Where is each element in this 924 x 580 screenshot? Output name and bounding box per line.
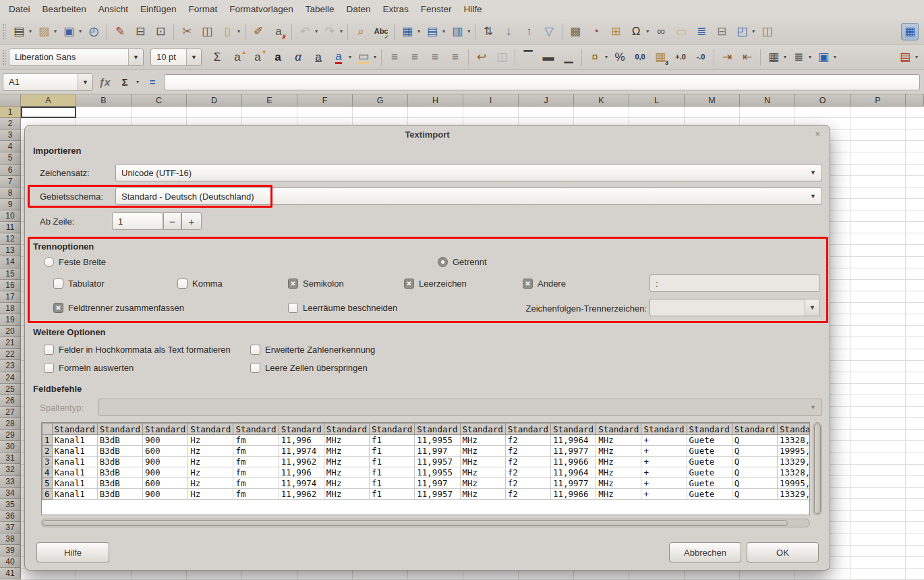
menu-fenster[interactable]: Fenster: [415, 0, 458, 19]
center-vertically-icon[interactable]: ▬: [540, 49, 557, 66]
preview-cell[interactable]: Guete: [687, 467, 732, 478]
preview-vertical-scrollbar[interactable]: [813, 422, 822, 515]
row-header-16[interactable]: 16: [0, 280, 21, 291]
column-header-h[interactable]: H: [408, 94, 463, 107]
charset-dropdown[interactable]: ▼: [810, 169, 821, 176]
insert-column-dropdown[interactable]: ▾: [467, 28, 470, 34]
menu-daten[interactable]: Daten: [341, 0, 377, 19]
row-header-7[interactable]: 7: [0, 176, 21, 187]
checkbox-semikolon[interactable]: ✕: [288, 279, 298, 289]
decrease-indent-icon[interactable]: ⇤: [739, 49, 756, 66]
preview-cell[interactable]: 13328,89: [778, 467, 810, 478]
insert-column-icon[interactable]: ▥: [449, 23, 466, 40]
checkbox-komma[interactable]: [177, 279, 187, 289]
preview-column-header-1[interactable]: Standard: [52, 424, 97, 435]
preview-horizontal-scrollbar[interactable]: [41, 519, 810, 527]
row-header-19[interactable]: 19: [0, 314, 21, 326]
menu-bearbeiten[interactable]: Bearbeiten: [36, 0, 92, 19]
justified-icon[interactable]: ≡: [446, 49, 464, 66]
row-header-40[interactable]: 40: [0, 556, 21, 568]
preview-cell[interactable]: Hz: [188, 446, 233, 457]
preview-cell[interactable]: f1: [370, 467, 415, 478]
format-as-currency-icon[interactable]: ¤: [586, 49, 604, 66]
menu-ansicht[interactable]: Ansicht: [92, 0, 134, 19]
preview-cell[interactable]: 11,9957: [415, 457, 460, 467]
align-right-icon[interactable]: ≡: [426, 49, 444, 66]
define-print-area-icon[interactable]: ⊟: [713, 23, 730, 40]
column-header-j[interactable]: J: [519, 94, 574, 107]
row-header-28[interactable]: 28: [0, 418, 21, 430]
preview-cell[interactable]: Q: [732, 457, 777, 467]
preview-cell[interactable]: f1: [370, 478, 415, 489]
preview-column-header-5[interactable]: Standard: [233, 424, 279, 435]
insert-text-box-icon[interactable]: ≣: [693, 23, 710, 40]
column-header-o[interactable]: O: [795, 94, 850, 107]
checkbox-erweiterte-zahlenerkennung[interactable]: [250, 345, 260, 355]
preview-cell[interactable]: MHz: [460, 489, 505, 500]
preview-cell[interactable]: 13329,06: [778, 457, 810, 467]
row-header-27[interactable]: 27: [0, 407, 21, 418]
align-bottom-icon[interactable]: ▁: [560, 49, 577, 66]
preview-cell[interactable]: Kanal1: [52, 435, 97, 446]
underline-icon[interactable]: a: [310, 49, 327, 66]
preview-column-header-16[interactable]: Standard: [732, 424, 777, 435]
border-color-dropdown[interactable]: ▾: [834, 54, 836, 60]
preview-cell[interactable]: 11,9957: [415, 489, 460, 500]
preview-cell[interactable]: 900: [142, 457, 187, 467]
preview-cell[interactable]: MHz: [596, 457, 641, 467]
preview-cell[interactable]: Q: [732, 446, 777, 457]
other-separator-field[interactable]: :: [649, 274, 820, 292]
preview-cell[interactable]: Q: [732, 489, 777, 500]
preview-cell[interactable]: MHz: [324, 435, 369, 446]
clone-formatting-icon[interactable]: ✐: [250, 23, 267, 40]
checkbox-leerräume-beschneiden[interactable]: [288, 303, 298, 313]
from-row-decrement-button[interactable]: −: [163, 212, 181, 230]
preview-cell[interactable]: B3dB: [97, 446, 142, 457]
column-header-b[interactable]: B: [76, 94, 132, 107]
undo-dropdown[interactable]: ▾: [315, 28, 318, 34]
row-header-29[interactable]: 29: [0, 430, 21, 441]
column-header-c[interactable]: C: [132, 94, 187, 107]
align-left-icon[interactable]: ≡: [386, 49, 403, 66]
row-header-8[interactable]: 8: [0, 187, 21, 199]
save-dropdown[interactable]: ▾: [79, 28, 82, 34]
preview-column-header-4[interactable]: Standard: [188, 424, 233, 435]
insert-comment-icon[interactable]: ▭: [672, 23, 690, 40]
preview-cell[interactable]: Kanal1: [52, 446, 97, 457]
navigator-icon[interactable]: ⊞: [607, 23, 625, 40]
paste-icon[interactable]: ▯: [219, 23, 236, 40]
preview-cell[interactable]: 11,9962: [279, 457, 324, 467]
preview-cell[interactable]: MHz: [324, 467, 369, 478]
row-header-4[interactable]: 4: [0, 141, 21, 152]
sort-icon[interactable]: ⇅: [480, 23, 497, 40]
preview-cell[interactable]: 900: [142, 489, 187, 500]
preview-cell[interactable]: 19995,58: [778, 446, 810, 457]
preview-cell[interactable]: MHz: [596, 435, 641, 446]
row-header-11[interactable]: 11: [0, 222, 21, 233]
preview-cell[interactable]: 11,9955: [415, 467, 460, 478]
preview-cell[interactable]: MHz: [596, 489, 641, 500]
preview-cell[interactable]: +: [641, 435, 687, 446]
menu-einfügen[interactable]: Einfügen: [134, 0, 182, 19]
preview-cell[interactable]: Kanal1: [52, 457, 97, 467]
preview-cell[interactable]: MHz: [460, 435, 505, 446]
cancel-button[interactable]: Abbrechen: [669, 542, 741, 562]
row-header-14[interactable]: 14: [0, 256, 21, 268]
row-header-32[interactable]: 32: [0, 464, 21, 475]
checkbox-felder-in-hochkommata-als-text-formatieren[interactable]: [44, 345, 54, 355]
font-name-dropdown[interactable]: ▼: [128, 49, 143, 65]
row-header-41[interactable]: 41: [0, 568, 21, 579]
preview-cell[interactable]: 11,9964: [550, 435, 596, 446]
delete-decimal-place-icon[interactable]: -.0: [692, 49, 710, 66]
preview-cell[interactable]: MHz: [324, 446, 369, 457]
preview-cell[interactable]: +: [641, 457, 687, 467]
row-header-36[interactable]: 36: [0, 511, 21, 522]
open-icon[interactable]: ▨: [35, 23, 53, 40]
string-delimiter-dropdown[interactable]: ▼: [805, 299, 819, 316]
format-as-percent-icon[interactable]: %: [611, 49, 629, 66]
conditional-formatting-icon[interactable]: ▤: [896, 49, 914, 66]
row-header-9[interactable]: 9: [0, 199, 21, 210]
preview-cell[interactable]: Hz: [188, 457, 233, 467]
name-box[interactable]: A1 ▼: [3, 74, 93, 91]
find-and-replace-icon[interactable]: ⌕: [352, 23, 370, 40]
